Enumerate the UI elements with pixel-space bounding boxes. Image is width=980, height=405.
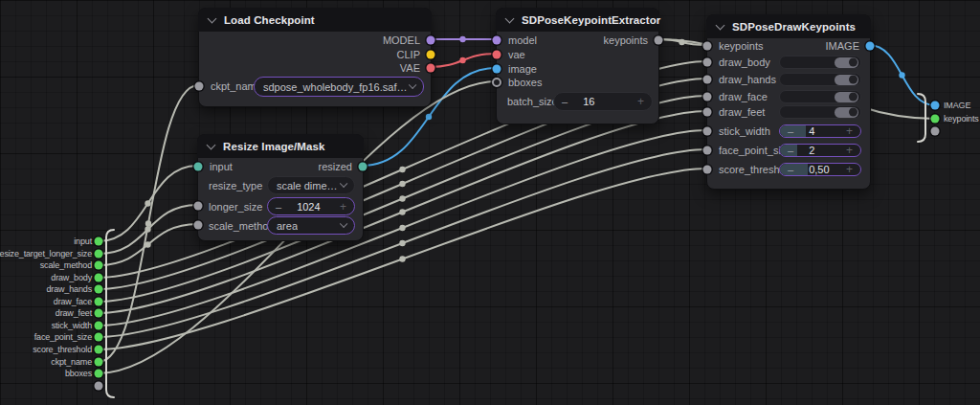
- toggle-track[interactable]: [835, 75, 858, 85]
- decrement-button[interactable]: –: [268, 201, 289, 213]
- subgraph-output-label-image: IMAGE: [944, 101, 970, 110]
- node-sdposedrawkeypoints[interactable]: SDPoseDrawKeypointskeypointsdraw_bodydra…: [706, 14, 871, 190]
- node-header[interactable]: Load Checkpoint: [198, 8, 432, 32]
- subgraph-output-dot-keypoints[interactable]: [931, 115, 940, 124]
- output-slot-image[interactable]: [866, 42, 875, 51]
- input-slot-label-input: input: [210, 162, 233, 172]
- subgraph-output-dot-image[interactable]: [931, 101, 940, 110]
- output-slot-label-clip: CLIP: [397, 50, 420, 60]
- stepper-value: 4: [809, 125, 814, 137]
- widget-score-threshold[interactable]: –0,50+: [779, 163, 861, 176]
- widget-label-batch-size: batch_size: [507, 97, 558, 107]
- node-load-checkpoint[interactable]: Load Checkpointckpt_nameMODELCLIPVAEsdpo…: [198, 8, 432, 107]
- input-slot-face-point-size[interactable]: [703, 146, 712, 155]
- widget-stick-width[interactable]: –4+: [779, 124, 861, 138]
- increment-button[interactable]: +: [838, 163, 860, 176]
- subgraph-input-dot-draw-body[interactable]: [95, 274, 103, 282]
- increment-button[interactable]: +: [838, 144, 860, 157]
- input-slot-model[interactable]: [493, 36, 501, 45]
- subgraph-input-dot-draw-feet[interactable]: [95, 309, 103, 318]
- subgraph-input-dot-draw-hands[interactable]: [95, 285, 103, 294]
- subgraph-input-dot-resize-target-longer-size[interactable]: [95, 250, 103, 259]
- collapse-chevron-icon[interactable]: [207, 140, 216, 149]
- subgraph-input-dot-draw-face[interactable]: [95, 298, 103, 306]
- input-slot-draw-feet[interactable]: [703, 108, 712, 117]
- widget-batch-size[interactable]: –16+: [553, 92, 653, 111]
- stepper-value: 0,50: [809, 164, 829, 175]
- subgraph-output-dot-empty[interactable]: [931, 127, 940, 136]
- toggle-knob[interactable]: [849, 108, 858, 117]
- decrement-button[interactable]: –: [554, 96, 575, 107]
- subgraph-input-dot-stick-width[interactable]: [95, 322, 103, 330]
- input-slot-image[interactable]: [493, 65, 501, 74]
- input-slot-draw-face[interactable]: [703, 93, 712, 101]
- input-slot-stick-width[interactable]: [703, 127, 712, 136]
- widget-draw-face[interactable]: [779, 90, 861, 103]
- toggle-knob[interactable]: [849, 76, 858, 84]
- node-resize-image-mask[interactable]: Resize Image/Maskinputresizedresize_type…: [197, 134, 364, 241]
- widget-draw-feet[interactable]: [779, 105, 861, 119]
- input-slot-ckpt-name[interactable]: [195, 82, 204, 91]
- decrement-button[interactable]: –: [780, 164, 801, 175]
- input-slot-bboxes[interactable]: [492, 78, 501, 87]
- decrement-button[interactable]: –: [780, 125, 801, 137]
- input-slot-scale-method[interactable]: [194, 221, 203, 230]
- input-slot-label-draw-feet: draw_feet: [719, 107, 765, 118]
- output-slot-model[interactable]: [427, 36, 435, 45]
- toggle-track[interactable]: [835, 107, 858, 118]
- output-slot-label-resized: resized: [319, 162, 352, 172]
- node-header[interactable]: SDPoseDrawKeypoints: [706, 14, 871, 38]
- input-slot-input[interactable]: [194, 163, 203, 171]
- subgraph-input-dot-empty[interactable]: [95, 382, 103, 391]
- widget-scale-method[interactable]: area: [267, 216, 355, 235]
- node-sdposekeypointextractor[interactable]: SDPoseKeypointExtractormodelvaeimagebbox…: [496, 8, 659, 124]
- chevron-down-icon[interactable]: [339, 220, 346, 228]
- input-slot-vae[interactable]: [493, 51, 501, 59]
- input-slot-draw-body[interactable]: [703, 58, 712, 67]
- input-slot-score-threshold[interactable]: [703, 166, 712, 174]
- collapse-chevron-icon[interactable]: [716, 20, 725, 30]
- output-slot-vae[interactable]: [427, 64, 435, 73]
- output-slot-clip[interactable]: [427, 51, 435, 59]
- toggle-knob[interactable]: [849, 93, 858, 101]
- subgraph-input-dot-ckpt-name[interactable]: [95, 358, 103, 367]
- input-slot-keypoints[interactable]: [703, 42, 712, 51]
- input-slot-label-draw-body: draw_body: [719, 57, 770, 68]
- combo-value: sdpose_wholebody_fp16.safeten...: [255, 81, 410, 93]
- subgraph-input-label-scale-method: scale_method: [0, 261, 92, 270]
- output-slot-resized[interactable]: [359, 163, 368, 171]
- collapse-chevron-icon[interactable]: [505, 13, 515, 23]
- subgraph-input-dot-bboxes[interactable]: [95, 370, 103, 378]
- stepper-value: 2: [809, 145, 814, 156]
- combo-value: scale dimen...: [268, 180, 341, 191]
- widget-longer-size[interactable]: –1024+: [267, 197, 355, 215]
- subgraph-input-dot-score-threshold[interactable]: [95, 346, 103, 354]
- input-slot-label-model: model: [508, 35, 537, 46]
- toggle-knob[interactable]: [849, 58, 858, 67]
- input-slot-label-stick-width: stick_width: [719, 126, 770, 137]
- node-header[interactable]: SDPoseKeypointExtractor: [496, 8, 659, 32]
- chevron-down-icon[interactable]: [408, 81, 415, 89]
- subgraph-input-dot-face-point-size[interactable]: [95, 333, 103, 342]
- decrement-button[interactable]: –: [780, 145, 801, 156]
- chevron-down-icon[interactable]: [339, 180, 346, 188]
- subgraph-input-dot-scale-method[interactable]: [95, 261, 103, 270]
- increment-button[interactable]: +: [332, 200, 354, 214]
- input-slot-draw-hands[interactable]: [703, 76, 712, 84]
- widget-ckpt-name[interactable]: sdpose_wholebody_fp16.safeten...: [254, 77, 424, 97]
- toggle-track[interactable]: [835, 92, 858, 102]
- increment-button[interactable]: +: [838, 124, 860, 138]
- widget-draw-body[interactable]: [779, 56, 861, 69]
- widget-resize-type[interactable]: scale dimen...: [267, 176, 355, 194]
- increment-button[interactable]: +: [630, 95, 652, 108]
- subgraph-input-dot-input[interactable]: [95, 237, 103, 246]
- toggle-track[interactable]: [835, 57, 858, 68]
- widget-face-point-size[interactable]: –2+: [779, 144, 861, 157]
- node-title: SDPoseKeypointExtractor: [522, 14, 660, 26]
- output-slot-keypoints[interactable]: [655, 36, 663, 45]
- widget-draw-hands[interactable]: [779, 73, 861, 86]
- node-header[interactable]: Resize Image/Mask: [197, 134, 364, 158]
- collapse-chevron-icon[interactable]: [208, 13, 217, 23]
- input-slot-longer-size[interactable]: [194, 202, 203, 211]
- node-graph-canvas[interactable]: inputresize_target_longer_sizescale_meth…: [0, 0, 980, 405]
